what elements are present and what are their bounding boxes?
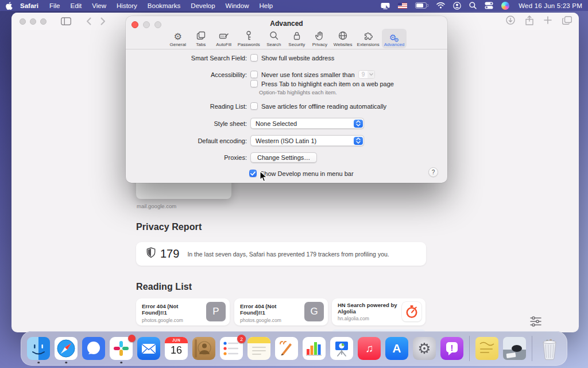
apple-menu-icon[interactable]	[6, 2, 13, 10]
tab-advanced[interactable]: ⚙⚙ Advanced	[382, 29, 407, 48]
dock: JUN 16 2 ♫ A ⚙ !	[21, 331, 567, 366]
menu-item-bookmarks[interactable]: Bookmarks	[142, 2, 186, 9]
tab-general[interactable]: ⚙ General	[167, 29, 189, 48]
advanced-preferences-dialog: Advanced ⚙ General Tabs AutoFill Passwor…	[126, 16, 447, 183]
puzzle-icon	[362, 30, 374, 41]
help-button[interactable]: ?	[428, 167, 438, 177]
dock-reminders[interactable]: 2	[220, 337, 243, 360]
tabs-icon	[195, 30, 207, 41]
share-icon[interactable]	[525, 16, 533, 28]
select-stepper-icon	[354, 137, 363, 145]
tab-search[interactable]: Search	[262, 29, 285, 48]
reading-list-item[interactable]: Error 404 (Not Found)!!1 photos.google.c…	[136, 298, 230, 325]
control-center-icon[interactable]	[485, 2, 493, 9]
font-size-select[interactable]: 9	[358, 70, 376, 79]
key-icon	[243, 30, 254, 41]
running-indicator	[65, 362, 67, 364]
dock-music[interactable]: ♫	[358, 337, 381, 360]
dock-calendar[interactable]: JUN 16	[165, 337, 188, 360]
exclamation-glyph: !	[440, 335, 463, 360]
customize-start-page-icon[interactable]	[530, 316, 541, 329]
forward-button-icon[interactable]	[100, 17, 106, 25]
press-tab-checkbox[interactable]	[250, 80, 258, 87]
tracker-count: 179	[160, 247, 179, 260]
dock-system-preferences[interactable]: ⚙	[413, 337, 436, 360]
tab-privacy[interactable]: Privacy	[308, 29, 331, 48]
search-icon[interactable]	[469, 2, 477, 9]
dock-stickies-note[interactable]	[475, 337, 498, 360]
notification-badge: 2	[237, 335, 246, 343]
show-develop-menu-checkbox[interactable]	[249, 170, 257, 177]
dock-minimized-window[interactable]	[503, 337, 526, 360]
tab-autofill[interactable]: AutoFill	[212, 29, 235, 48]
menu-item-help[interactable]: Help	[254, 2, 278, 9]
dock-feedback-assistant[interactable]: !	[440, 337, 463, 360]
dock-safari[interactable]	[55, 337, 78, 360]
dock-notes[interactable]	[247, 337, 270, 360]
gear-icon: ⚙	[413, 337, 436, 360]
style-sheet-label: Style sheet:	[126, 120, 247, 127]
proxies-label: Proxies:	[126, 154, 247, 161]
show-full-address-option[interactable]: Show full website address	[261, 55, 334, 62]
dock-app-store[interactable]: A	[385, 337, 408, 360]
tab-overview-icon[interactable]	[562, 16, 572, 27]
input-source-flag-icon[interactable]	[398, 3, 407, 9]
hand-icon	[314, 30, 326, 41]
show-full-address-checkbox[interactable]	[250, 54, 258, 62]
show-develop-menu-option[interactable]: Show Develop menu in menu bar	[260, 170, 354, 177]
dock-trash[interactable]	[538, 337, 561, 360]
tab-websites[interactable]: Websites	[331, 29, 355, 48]
battery-icon[interactable]	[415, 2, 428, 9]
reading-list-heading: Reading List	[136, 282, 192, 292]
sidebar-toggle-icon[interactable]	[61, 17, 71, 25]
reading-item-title: HN Search powered by Algolia	[338, 302, 399, 315]
window-close-button[interactable]	[20, 18, 26, 25]
menu-item-edit[interactable]: Edit	[65, 2, 87, 9]
new-tab-icon[interactable]	[544, 16, 552, 26]
dock-numbers[interactable]	[303, 337, 326, 360]
menu-item-safari[interactable]: Safari	[13, 2, 44, 9]
running-indicator	[120, 362, 122, 364]
style-sheet-select[interactable]: None Selected	[250, 118, 364, 129]
menu-item-file[interactable]: File	[44, 2, 65, 9]
window-minimize-button[interactable]	[30, 18, 36, 25]
tab-extensions[interactable]: Extensions	[355, 29, 382, 48]
offline-reading-option[interactable]: Save articles for offline reading automa…	[261, 103, 386, 110]
dock-pages[interactable]	[275, 337, 298, 360]
user-switch-icon[interactable]	[453, 2, 461, 10]
downloads-icon[interactable]	[506, 16, 515, 27]
music-note-glyph: ♫	[358, 337, 381, 360]
menu-bar: Safari File Edit View History Bookmarks …	[0, 0, 588, 11]
tab-security[interactable]: Security	[285, 29, 308, 48]
tab-tabs[interactable]: Tabs	[189, 29, 212, 48]
change-settings-button[interactable]: Change Settings…	[250, 152, 317, 163]
wifi-icon[interactable]	[436, 2, 445, 9]
siri-icon[interactable]	[501, 2, 509, 10]
dock-mail[interactable]	[137, 337, 160, 360]
dock-signal[interactable]	[82, 337, 105, 360]
dock-slack[interactable]	[110, 337, 133, 360]
menu-bar-clock[interactable]: Wed 16 Jun 5:23 PM	[519, 2, 582, 9]
app-store-glyph: A	[385, 337, 408, 360]
privacy-report-card[interactable]: 179 In the last seven days, Safari has p…	[136, 242, 426, 266]
default-encoding-select[interactable]: Western (ISO Latin 1)	[250, 135, 364, 146]
min-font-size-option[interactable]: Never use font sizes smaller than	[261, 71, 355, 78]
reading-list-item[interactable]: HN Search powered by Algolia hn.algolia.…	[332, 298, 425, 325]
reading-list-item[interactable]: Error 404 (Not Found)!!1 photos.google.c…	[234, 298, 328, 325]
min-font-size-checkbox[interactable]	[250, 71, 258, 78]
window-zoom-button[interactable]	[40, 18, 47, 25]
stopwatch-icon	[402, 302, 421, 321]
dock-keynote[interactable]	[330, 337, 353, 360]
back-button-icon[interactable]	[86, 17, 91, 25]
screen-mirroring-icon[interactable]	[381, 2, 390, 9]
menu-item-window[interactable]: Window	[220, 2, 254, 9]
menu-item-view[interactable]: View	[87, 2, 111, 9]
menu-item-history[interactable]: History	[111, 2, 142, 9]
press-tab-option[interactable]: Press Tab to highlight each item on a we…	[261, 80, 394, 87]
dock-contacts[interactable]	[192, 337, 215, 360]
offline-reading-checkbox[interactable]	[250, 102, 258, 110]
preferences-tab-bar: ⚙ General Tabs AutoFill Passwords Search…	[126, 29, 447, 48]
dock-finder[interactable]	[27, 337, 50, 360]
tab-passwords[interactable]: Passwords	[235, 29, 262, 48]
menu-item-develop[interactable]: Develop	[185, 2, 220, 9]
